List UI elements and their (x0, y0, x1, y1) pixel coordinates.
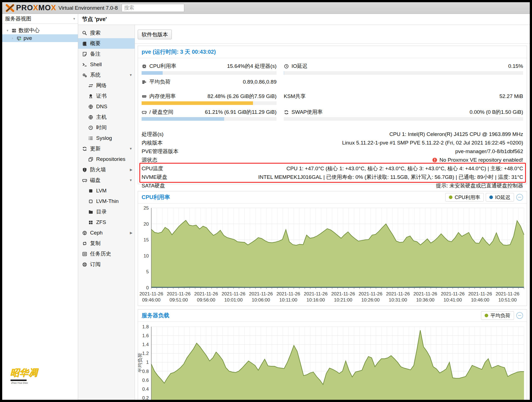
summary-panel: pve (运行时间: 3 天 00:43:02) CPU利用率 15.64%的4… (138, 46, 527, 184)
nav-item-label: 任务历史 (90, 250, 111, 257)
chevron-down-icon[interactable]: ▼ (129, 178, 132, 182)
list-icon (88, 136, 93, 141)
svg-text:2021-11-26: 2021-11-26 (167, 291, 191, 297)
nav-item-notes[interactable]: 备注 (78, 49, 135, 59)
legend-dot-icon (489, 195, 493, 199)
nav-item-zfs[interactable]: ZFS (78, 217, 135, 228)
legend-button[interactable]: 平均负荷 (481, 311, 514, 320)
expand-caret-icon[interactable]: › (11, 36, 14, 40)
svg-text:09:56:00: 09:56:00 (197, 297, 215, 303)
nav-item-syslog[interactable]: Syslog (78, 133, 135, 143)
nav-item-summary[interactable]: 概要 (78, 38, 135, 49)
nav-item-updates[interactable]: 更新▼ (78, 143, 135, 154)
server-load-chart: 0.20.40.60.811.21.41.61.8平均负荷 (138, 321, 527, 400)
retweet-icon (82, 241, 87, 246)
svg-text:2021-11-26: 2021-11-26 (249, 291, 273, 297)
svg-text:10:36:00: 10:36:00 (416, 297, 434, 303)
collapse-icon[interactable] (516, 312, 523, 319)
nav-item-shell[interactable]: Shell (78, 59, 135, 70)
svg-text:1.8: 1.8 (142, 324, 149, 329)
detail-label: SATA硬盘 (142, 182, 205, 189)
nav-item-repositories[interactable]: Repositories (78, 154, 135, 164)
nav-item-firewall[interactable]: 防火墙▶ (78, 164, 135, 175)
detail-value: No Proxmox VE repository enabled! (205, 157, 523, 163)
legend-dot-icon (449, 195, 452, 199)
legend-button[interactable]: CPU利用率 (445, 193, 484, 202)
nav-item-label: 更新 (90, 145, 101, 152)
detail-row: SATA硬盘提示: 未安装硬盘或已直通硬盘控制器 (142, 181, 523, 190)
nav-item-label: 主机 (96, 114, 107, 121)
nav-item-task-history[interactable]: 任务历史 (78, 249, 135, 259)
detail-label: 内核版本 (142, 139, 205, 146)
legend-button[interactable]: IO延迟 (486, 193, 514, 202)
stat-ksm: KSM共享 52.27 MiB (284, 92, 523, 101)
svg-text:1.6: 1.6 (142, 333, 149, 338)
stats-right-column: IO延迟 0.15% KSM共享 52.27 MiB (284, 62, 523, 124)
legend-label: IO延迟 (495, 194, 510, 201)
svg-text:10:46:00: 10:46:00 (471, 297, 489, 303)
swap-progress-bar (284, 117, 523, 121)
nav-item-lvm-thin[interactable]: LVM-Thin (78, 196, 135, 207)
svg-text:2021-11-26: 2021-11-26 (277, 291, 300, 297)
expand-caret-icon[interactable]: ▾ (6, 29, 9, 32)
nav-item-label: 防火墙 (90, 166, 106, 173)
svg-text:0.2: 0.2 (142, 395, 149, 400)
brand-letter: X (33, 4, 39, 12)
nav-item-label: DNS (96, 104, 107, 110)
nav-item-hosts[interactable]: 主机 (78, 112, 135, 122)
certificate-icon (88, 94, 93, 99)
nav-item-lvm[interactable]: LVM (78, 185, 135, 196)
tree-view-selector[interactable]: 服务器视图 ▾ (2, 14, 78, 24)
nav-item-label: 概要 (90, 40, 101, 47)
cpu-usage-chart: 05101520252021-11-2609:46:002021-11-2609… (138, 204, 527, 307)
brand-name: PROXMOX (16, 4, 56, 12)
globe-icon (88, 104, 93, 109)
svg-text:0: 0 (146, 285, 149, 290)
nav-item-system[interactable]: 系统▼ (78, 70, 135, 80)
tree-item-pve[interactable]: › pve (2, 34, 78, 42)
stat-memory: 内存使用率 82.48% (6.26 GiB的7.59 GiB) (142, 92, 277, 101)
detail-row: 内核版本Linux 5.11.22-1-pve #1 SMP PVE 5.11.… (142, 138, 523, 147)
nav-item-dns[interactable]: DNS (78, 101, 135, 112)
nav-item-label: Shell (90, 61, 102, 68)
stat-value: 82.48% (6.26 GiB的7.59 GiB) (208, 93, 277, 100)
stat-value: 15.64%的4 处理器(s) (227, 63, 277, 70)
nav-item-time[interactable]: 时间 (78, 122, 135, 133)
nav-item-certificates[interactable]: 证书 (78, 91, 135, 101)
tree-item-datacenter[interactable]: ▾ 数据中心 (2, 27, 78, 34)
svg-text:2021-11-26: 2021-11-26 (304, 291, 328, 297)
svg-text:15: 15 (144, 237, 149, 243)
nav-item-network[interactable]: 网络 (78, 80, 135, 91)
load-chart-legend: 平均负荷 (481, 311, 523, 320)
stats-grid: CPU利用率 15.64%的4 处理器(s) 平均负荷 0.89,0.86,0.… (138, 58, 527, 124)
svg-text:20: 20 (144, 221, 149, 227)
detail-label: PVE管理器版本 (142, 148, 205, 155)
stat-label: KSM共享 (284, 93, 306, 100)
search-input[interactable] (122, 4, 184, 12)
nav-item-disks[interactable]: 磁盘▼ (78, 175, 135, 185)
chevron-right-icon[interactable]: ▶ (130, 231, 132, 235)
stat-label: IO延迟 (291, 63, 308, 70)
svg-text:2021-11-26: 2021-11-26 (413, 291, 437, 297)
legend-label: CPU利用率 (455, 194, 480, 201)
note-icon (82, 51, 87, 57)
tree-item-label: 数据中心 (19, 27, 40, 34)
nav-item-subscription[interactable]: 订阅 (78, 259, 135, 270)
collapse-icon[interactable] (516, 194, 523, 201)
nav-item-replication[interactable]: 复制 (78, 238, 135, 249)
stat-label: SWAP使用率 (291, 109, 323, 116)
nav-item-search[interactable]: 搜索 (78, 28, 135, 38)
terminal-icon (82, 62, 87, 67)
chevron-down-icon[interactable]: ▼ (129, 147, 132, 151)
nav-item-label: Repositories (96, 156, 126, 162)
package-versions-button[interactable]: 软件包版本 (138, 30, 172, 39)
svg-text:2021-11-26: 2021-11-26 (222, 291, 245, 297)
chevron-right-icon[interactable]: ▶ (130, 168, 132, 172)
nav-item-ceph[interactable]: Ceph▶ (78, 228, 135, 238)
svg-text:2021-11-26: 2021-11-26 (331, 291, 355, 297)
chevron-down-icon[interactable]: ▼ (129, 73, 132, 77)
nav-item-directory[interactable]: 目录 (78, 207, 135, 217)
cpu-progress-bar (142, 71, 277, 75)
nav-item-label: 网络 (96, 82, 107, 89)
legend-dot-icon (485, 314, 488, 317)
